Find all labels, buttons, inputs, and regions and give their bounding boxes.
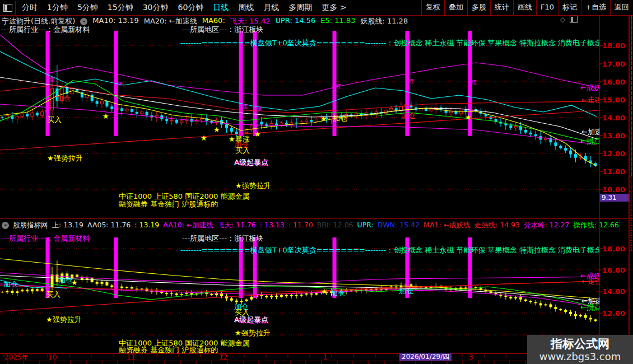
period-tab-日线[interactable]: 日线: [213, 3, 229, 13]
price-axis-label: 11.00: [602, 167, 628, 176]
site-watermark: 指标公式网 www.zbgs3.com: [527, 335, 633, 364]
clipped-side-panel: 丨丨丨丨丨丨丨丨丨丨丨丨丨丨丨丨丨丨丨丨丨丨丨丨丨丨丨丨丨丨丨丨 1111111…: [629, 15, 633, 335]
subpane-border: [620, 218, 620, 231]
main-chart-pane[interactable]: [0, 31, 599, 189]
price-axis-label: 13.00: [602, 132, 628, 140]
price-axis-label: 18.00: [602, 245, 628, 253]
period-tab-更多 >[interactable]: 更多 >: [322, 3, 346, 13]
period-tab-30分钟[interactable]: 30分钟: [143, 3, 169, 13]
diamond-icon[interactable]: ◇: [560, 16, 565, 24]
toolbar-button-统计[interactable]: 统计: [490, 0, 514, 15]
period-tabs: 分时1分钟5分钟15分钟30分钟60分钟日线周线月线多周期更多 >: [16, 3, 347, 13]
chart-canvas[interactable]: [0, 0, 633, 364]
side-panel-top-glyphs: 丨丨丨丨丨丨丨丨丨丨丨丨丨丨丨丨丨丨丨丨丨丨丨丨丨丨丨丨丨丨丨丨: [630, 15, 633, 176]
toolbar-button-复权[interactable]: 复权: [421, 0, 445, 15]
toolbar-button-多股[interactable]: 多股: [467, 0, 491, 15]
stock-app-window: 分时1分钟5分钟15分钟30分钟60分钟日线周线月线多周期更多 > 复权叠加多股…: [0, 0, 633, 364]
price-axis-label: 16.00: [602, 266, 628, 274]
layout-split-icon[interactable]: [0, 1, 16, 15]
watermark-url: www.zbgs3.com: [539, 351, 621, 362]
watermark-title: 指标公式网: [551, 337, 609, 351]
toolbar-buttons: 复权叠加多股统计画线F10标记+自选返回: [421, 0, 633, 15]
price-axis-label: 15.00: [602, 96, 628, 104]
price-axis-label: 12.00: [602, 150, 628, 158]
period-tab-周线[interactable]: 周线: [238, 3, 254, 13]
period-tab-分时[interactable]: 分时: [22, 3, 38, 13]
period-tab-60分钟[interactable]: 60分钟: [178, 3, 204, 13]
toolbar-button-+自选[interactable]: +自选: [581, 0, 611, 15]
toolbar-button-F10[interactable]: F10: [536, 0, 558, 15]
toolbar-button-叠加[interactable]: 叠加: [444, 0, 468, 15]
pane-window-icon[interactable]: [570, 16, 578, 23]
selected-date-badge: 2026/01/29/四: [399, 353, 452, 361]
toolbar-button-返回[interactable]: 返回: [610, 0, 633, 15]
sub-chart-pane[interactable]: [0, 237, 599, 335]
period-tab-1分钟[interactable]: 1分钟: [47, 3, 68, 13]
price-axis-label: 12.00: [602, 309, 628, 318]
period-tab-15分钟[interactable]: 15分钟: [108, 3, 133, 13]
last-price-badge: 9.31: [600, 194, 630, 202]
side-panel-bottom-glyphs: 111111111111111: [630, 176, 633, 252]
price-axis-label: 10.00: [602, 185, 628, 194]
panel-divider: [0, 218, 633, 219]
price-axis-label: 18.00: [602, 41, 628, 50]
period-tab-月线[interactable]: 月线: [263, 3, 279, 13]
period-tab-5分钟[interactable]: 5分钟: [77, 3, 98, 13]
price-axis-label: 17.00: [602, 60, 628, 68]
axis-border: [599, 15, 600, 353]
period-tab-多周期[interactable]: 多周期: [288, 3, 312, 13]
price-axis-label: 16.00: [602, 78, 628, 86]
price-axis-label: 14.00: [602, 114, 628, 122]
toolbar-button-画线[interactable]: 画线: [513, 0, 537, 15]
toolbar-button-标记[interactable]: 标记: [558, 0, 581, 15]
price-axis-label: 14.00: [602, 287, 628, 296]
top-toolbar: 分时1分钟5分钟15分钟30分钟60分钟日线周线月线多周期更多 > 复权叠加多股…: [0, 0, 633, 16]
